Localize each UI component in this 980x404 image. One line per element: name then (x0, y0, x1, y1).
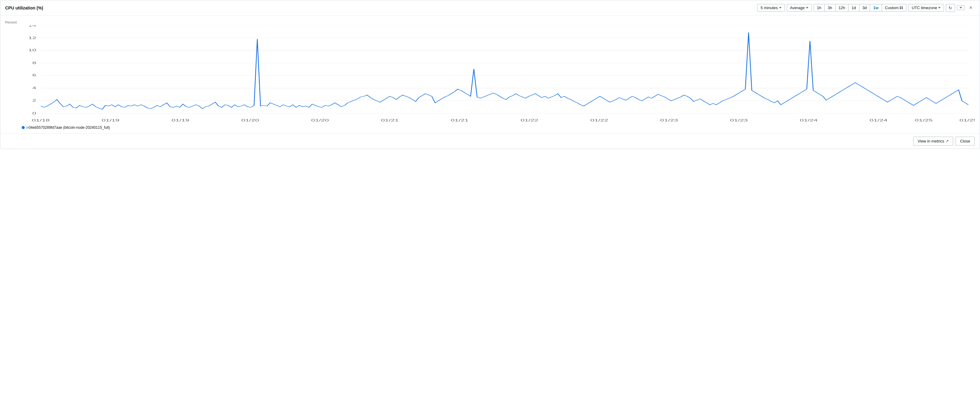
svg-text:01/24: 01/24 (869, 118, 887, 122)
time-btn-3h[interactable]: 3h (825, 4, 835, 11)
statistic-arrow-icon (806, 7, 808, 8)
svg-text:01/18: 01/18 (32, 118, 49, 122)
view-in-metrics-button[interactable]: View in metrics ↗ (913, 137, 953, 146)
footer-actions: View in metrics ↗ Close (0, 134, 980, 149)
svg-text:6: 6 (32, 73, 36, 77)
header-controls: 5 minutes Average 1h 3h 12h 1d 3d 1w Cus… (757, 3, 975, 12)
svg-text:14: 14 (29, 25, 36, 27)
svg-text:2: 2 (32, 98, 36, 102)
footer-close-button[interactable]: Close (956, 137, 975, 146)
svg-text:01/20: 01/20 (311, 118, 329, 122)
svg-text:01/23: 01/23 (730, 118, 748, 122)
svg-text:01/25: 01/25 (915, 118, 933, 122)
svg-text:01/22: 01/22 (590, 118, 608, 122)
time-btn-3d[interactable]: 3d (859, 4, 870, 11)
time-interval-dropdown[interactable]: 5 minutes (757, 4, 784, 11)
time-interval-label: 5 minutes (760, 5, 778, 10)
custom-grid-icon (900, 6, 903, 9)
time-btn-1w[interactable]: 1w (870, 4, 882, 11)
svg-text:01/19: 01/19 (172, 118, 189, 122)
svg-text:01/23: 01/23 (660, 118, 678, 122)
svg-text:01/19: 01/19 (102, 118, 119, 122)
time-range-buttons: 1h 3h 12h 1d 3d 1w Custom (814, 4, 907, 11)
svg-text:8: 8 (32, 61, 36, 65)
refresh-button[interactable]: ↻ (946, 4, 955, 12)
footer-close-label: Close (960, 139, 970, 143)
chart-container: 0 2 4 6 8 10 12 14 01/18 01/19 01/19 01/… (5, 25, 975, 123)
chart-svg: 0 2 4 6 8 10 12 14 01/18 01/19 01/19 01/… (5, 25, 975, 123)
cpu-line (41, 32, 968, 109)
svg-text:01/22: 01/22 (520, 118, 538, 122)
svg-text:0: 0 (32, 111, 36, 115)
statistic-label: Average (790, 5, 805, 10)
svg-text:01/21: 01/21 (381, 118, 399, 122)
timezone-label: UTC timezone (912, 5, 937, 10)
svg-text:01/24: 01/24 (800, 118, 818, 122)
widget-title: CPU utilization (%) (5, 5, 43, 10)
svg-text:01/25: 01/25 (959, 118, 975, 122)
chart-legend: i-04eb5570289fd7aae (bitcoin-node-202401… (0, 123, 980, 134)
custom-label: Custom (885, 5, 899, 10)
more-options-icon (959, 7, 962, 8)
svg-text:12: 12 (29, 36, 36, 40)
legend-dot (22, 126, 25, 129)
close-icon: × (969, 5, 972, 11)
time-btn-custom[interactable]: Custom (882, 4, 907, 11)
time-btn-1d[interactable]: 1d (848, 4, 859, 11)
y-axis-label: Percent (5, 21, 975, 24)
svg-text:4: 4 (32, 86, 36, 90)
svg-text:01/21: 01/21 (450, 118, 468, 122)
time-btn-12h[interactable]: 12h (835, 4, 849, 11)
close-button[interactable]: × (967, 3, 975, 12)
svg-text:10: 10 (29, 48, 36, 52)
cpu-utilization-widget: CPU utilization (%) 5 minutes Average 1h… (0, 0, 980, 149)
svg-text:01/20: 01/20 (241, 118, 259, 122)
more-options-button[interactable] (957, 5, 965, 10)
time-btn-1h[interactable]: 1h (814, 4, 825, 11)
refresh-icon: ↻ (948, 5, 952, 10)
timezone-arrow-icon (938, 7, 940, 8)
view-in-metrics-label: View in metrics (918, 139, 944, 143)
chart-area: Percent 0 2 4 6 8 10 12 14 (0, 16, 980, 123)
widget-header: CPU utilization (%) 5 minutes Average 1h… (0, 0, 980, 16)
external-link-icon: ↗ (946, 139, 948, 143)
legend-label: i-04eb5570289fd7aae (bitcoin-node-202401… (27, 126, 110, 130)
time-interval-arrow-icon (779, 7, 781, 8)
timezone-dropdown[interactable]: UTC timezone (908, 4, 944, 11)
statistic-dropdown[interactable]: Average (787, 4, 812, 11)
